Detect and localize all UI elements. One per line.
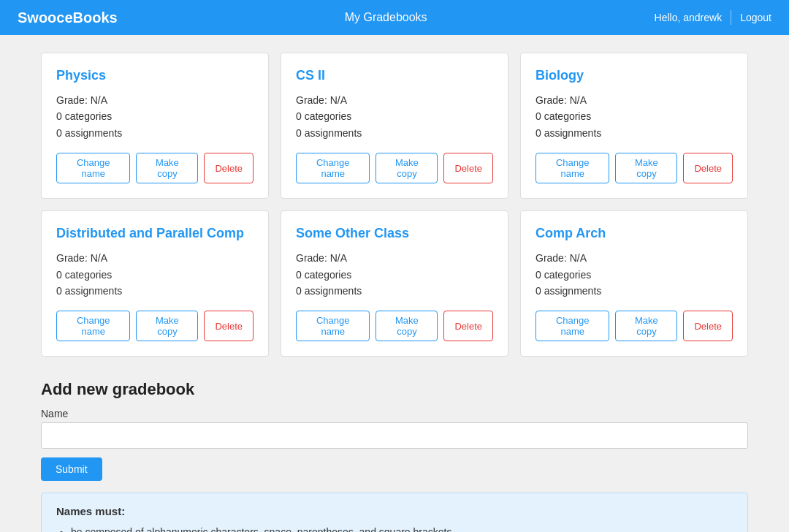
brand-logo: SwooceBooks <box>18 10 118 26</box>
gradebook-card-biology: Biology Grade: N/A 0 categories 0 assign… <box>520 53 748 199</box>
names-must-rule: be composed of alphanumeric characters, … <box>71 523 733 532</box>
card-title-biology: Biology <box>535 68 733 83</box>
card-buttons-dist-parallel: Change name Make copy Delete <box>56 311 254 341</box>
change-name-button-dist-parallel[interactable]: Change name <box>56 311 130 341</box>
add-gradebook-section: Add new gradebook Name Submit Names must… <box>41 380 748 532</box>
gradebook-card-comp-arch: Comp Arch Grade: N/A 0 categories 0 assi… <box>520 210 748 357</box>
delete-button-comp-arch[interactable]: Delete <box>683 311 733 341</box>
header-right: Hello, andrewk Logout <box>655 10 771 25</box>
make-copy-button-physics[interactable]: Make copy <box>136 153 198 183</box>
main-content: Physics Grade: N/A 0 categories 0 assign… <box>0 35 789 532</box>
logout-button[interactable]: Logout <box>740 12 771 23</box>
name-input[interactable] <box>41 422 748 449</box>
app-header: SwooceBooks My Gradebooks Hello, andrewk… <box>0 0 789 35</box>
delete-button-physics[interactable]: Delete <box>204 153 254 183</box>
change-name-button-biology[interactable]: Change name <box>535 153 609 183</box>
delete-button-biology[interactable]: Delete <box>683 153 733 183</box>
card-title-physics: Physics <box>56 68 254 83</box>
card-buttons-some-other: Change name Make copy Delete <box>296 311 493 341</box>
card-info-physics: Grade: N/A 0 categories 0 assignments <box>56 92 254 141</box>
card-info-dist-parallel: Grade: N/A 0 categories 0 assignments <box>56 250 254 299</box>
submit-button[interactable]: Submit <box>41 457 102 481</box>
card-title-some-other: Some Other Class <box>296 226 493 241</box>
card-buttons-biology: Change name Make copy Delete <box>535 153 733 183</box>
gradebook-card-physics: Physics Grade: N/A 0 categories 0 assign… <box>41 53 269 199</box>
card-buttons-physics: Change name Make copy Delete <box>56 153 254 183</box>
add-gradebook-title: Add new gradebook <box>41 380 748 399</box>
card-info-some-other: Grade: N/A 0 categories 0 assignments <box>296 250 493 299</box>
make-copy-button-comp-arch[interactable]: Make copy <box>615 311 677 341</box>
gradebook-card-dist-parallel: Distributed and Parallel Comp Grade: N/A… <box>41 210 269 357</box>
card-info-biology: Grade: N/A 0 categories 0 assignments <box>535 92 733 141</box>
names-must-list: be composed of alphanumeric characters, … <box>56 523 733 532</box>
gradebook-grid: Physics Grade: N/A 0 categories 0 assign… <box>41 53 748 357</box>
names-must-box: Names must: be composed of alphanumeric … <box>41 493 748 532</box>
delete-button-some-other[interactable]: Delete <box>443 311 493 341</box>
header-divider <box>731 10 731 25</box>
make-copy-button-biology[interactable]: Make copy <box>615 153 677 183</box>
card-buttons-comp-arch: Change name Make copy Delete <box>535 311 733 341</box>
card-info-cs2: Grade: N/A 0 categories 0 assignments <box>296 92 493 141</box>
header-title: My Gradebooks <box>345 11 427 24</box>
make-copy-button-some-other[interactable]: Make copy <box>376 311 438 341</box>
card-title-dist-parallel: Distributed and Parallel Comp <box>56 226 254 241</box>
names-must-title: Names must: <box>56 505 733 517</box>
gradebook-card-cs2: CS II Grade: N/A 0 categories 0 assignme… <box>281 53 508 199</box>
gradebook-card-some-other: Some Other Class Grade: N/A 0 categories… <box>281 210 508 357</box>
change-name-button-physics[interactable]: Change name <box>56 153 130 183</box>
name-label: Name <box>41 408 748 419</box>
make-copy-button-cs2[interactable]: Make copy <box>376 153 438 183</box>
make-copy-button-dist-parallel[interactable]: Make copy <box>136 311 198 341</box>
change-name-button-comp-arch[interactable]: Change name <box>535 311 609 341</box>
change-name-button-some-other[interactable]: Change name <box>296 311 370 341</box>
delete-button-cs2[interactable]: Delete <box>443 153 493 183</box>
card-buttons-cs2: Change name Make copy Delete <box>296 153 493 183</box>
card-info-comp-arch: Grade: N/A 0 categories 0 assignments <box>535 250 733 299</box>
delete-button-dist-parallel[interactable]: Delete <box>204 311 254 341</box>
card-title-cs2: CS II <box>296 68 493 83</box>
user-greeting: Hello, andrewk <box>655 12 723 23</box>
card-title-comp-arch: Comp Arch <box>535 226 733 241</box>
change-name-button-cs2[interactable]: Change name <box>296 153 370 183</box>
